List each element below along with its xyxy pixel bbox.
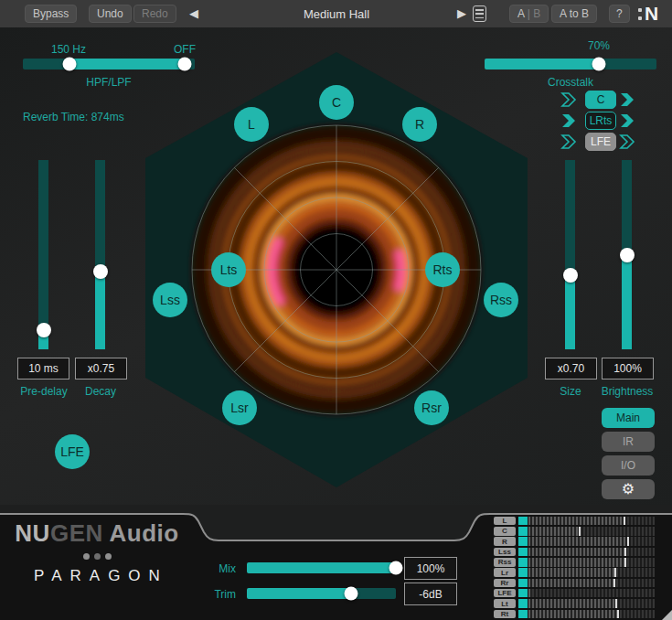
meter-bar — [528, 599, 655, 608]
channel-rsr-button[interactable]: Rsr — [414, 390, 449, 425]
routing-output-chevron-icon[interactable] — [619, 134, 637, 150]
meter-peak-tick — [624, 517, 625, 526]
routing-input-chevron-icon[interactable] — [560, 134, 579, 150]
hpf-lpf-label: HPF/LPF — [23, 76, 195, 89]
meter-row: C — [494, 526, 656, 536]
size-slider[interactable] — [565, 160, 575, 349]
hpf-handle[interactable] — [62, 58, 76, 71]
size-value[interactable]: x0.70 — [545, 358, 597, 379]
meter-row: Lss — [494, 547, 656, 557]
lpf-handle[interactable] — [177, 58, 191, 71]
meter-bar — [528, 548, 655, 557]
meter-bar — [528, 568, 655, 577]
routing-input-chevron-icon[interactable] — [560, 112, 579, 129]
meter-channel-chip: Lt — [494, 599, 516, 608]
channel-lfe-button[interactable]: LFE — [55, 434, 90, 469]
crosstalk-handle[interactable] — [592, 58, 606, 71]
hpf-lpf-slider[interactable] — [23, 59, 195, 69]
meter-row: R — [494, 537, 656, 547]
channel-lss-button[interactable]: Lss — [153, 283, 187, 317]
brightness-slider[interactable] — [622, 160, 632, 349]
title-bar: Bypass Undo Redo ◀ Medium Hall ▶ A | B A… — [0, 0, 672, 27]
hpf-lpf-block: 150 Hz OFF HPF/LPF — [23, 43, 195, 103]
decay-handle[interactable] — [93, 264, 108, 279]
channel-r-button[interactable]: R — [402, 107, 437, 142]
preset-name[interactable]: Medium Hall — [256, 7, 417, 21]
trim-value[interactable]: -6dB — [404, 583, 457, 605]
crosstalk-slider[interactable] — [485, 59, 656, 69]
tab-main[interactable]: Main — [602, 408, 655, 428]
mix-handle[interactable] — [389, 561, 403, 575]
mix-slider[interactable] — [247, 562, 396, 573]
meter-bar — [528, 558, 655, 567]
channel-rss-button[interactable]: Rss — [484, 283, 518, 317]
meter-channel-chip: L — [494, 517, 516, 526]
meter-row: Lt — [494, 598, 656, 608]
meter-row: L — [494, 516, 656, 526]
gear-icon: ⚙ — [622, 482, 635, 497]
meter-peak-tick — [613, 579, 615, 588]
meter-channel-chip: Lss — [494, 548, 516, 557]
branding-block: NUGEN Audio PARAGON — [0, 505, 194, 585]
channel-c-button[interactable]: C — [319, 85, 354, 120]
routing-input-chevron-icon[interactable] — [560, 91, 579, 108]
channel-l-button[interactable]: L — [234, 107, 269, 142]
routing-lfe-button[interactable]: LFE — [585, 133, 616, 151]
crosstalk-label: Crosstalk — [485, 76, 656, 89]
trim-handle[interactable] — [345, 587, 358, 601]
size-handle[interactable] — [563, 268, 578, 283]
view-nav: MainIRI/O⚙ — [602, 408, 655, 503]
channel-lts-button[interactable]: Lts — [211, 252, 246, 287]
help-button[interactable]: ? — [609, 5, 630, 23]
mix-value[interactable]: 100% — [404, 557, 457, 580]
meter-input-segment — [518, 610, 528, 619]
nugen-logo-dots — [638, 8, 642, 20]
brightness-label: Brightness — [591, 385, 664, 398]
resize-grip[interactable] — [662, 610, 672, 620]
hpf-value: 150 Hz — [51, 43, 86, 56]
meter-row: Rr — [494, 578, 656, 588]
redo-button[interactable]: Redo — [133, 5, 176, 23]
routing-c-button[interactable]: C — [585, 91, 616, 109]
decay-value[interactable]: x0.75 — [75, 358, 127, 379]
tab-ir[interactable]: IR — [602, 432, 655, 452]
meter-input-segment — [518, 599, 528, 608]
settings-button[interactable]: ⚙ — [602, 479, 655, 499]
channel-lsr-button[interactable]: Lsr — [222, 390, 257, 425]
preset-list-icon[interactable] — [473, 5, 486, 22]
pre-delay-handle[interactable] — [37, 323, 51, 337]
a-to-b-button[interactable]: A to B — [551, 5, 597, 23]
meter-input-segment — [518, 579, 528, 588]
routing-output-chevron-icon[interactable] — [619, 112, 637, 129]
meter-bar — [528, 527, 655, 536]
meter-peak-tick — [614, 568, 616, 577]
bypass-button[interactable]: Bypass — [25, 5, 77, 23]
previous-preset-icon[interactable]: ◀ — [189, 6, 198, 20]
routing-output-chevron-icon[interactable] — [619, 91, 637, 108]
trim-label: Trim — [205, 588, 236, 601]
pre-delay-value[interactable]: 10 ms — [17, 358, 69, 379]
trim-slider[interactable] — [247, 588, 396, 599]
routing-row: LFE — [558, 133, 640, 151]
meter-input-segment — [518, 527, 528, 536]
main-panel: CLRLtsRtsLssRssLsrRsrLFE 150 Hz OFF HPF/… — [0, 27, 672, 512]
tab-io[interactable]: I/O — [602, 455, 655, 476]
undo-button[interactable]: Undo — [89, 5, 132, 23]
routing-lrts-button[interactable]: LRts — [585, 112, 616, 130]
channel-rts-button[interactable]: Rts — [425, 252, 460, 287]
brand-dots — [0, 553, 194, 560]
channel-meters: L C R Ls — [494, 516, 656, 619]
brightness-handle[interactable] — [620, 248, 635, 262]
brightness-value[interactable]: 100% — [602, 358, 654, 379]
meter-input-segment — [518, 537, 528, 546]
meter-input-segment — [518, 548, 528, 557]
product-name: PARAGON — [0, 567, 194, 585]
pre-delay-slider[interactable] — [38, 160, 48, 349]
meter-input-segment — [518, 589, 528, 598]
meter-channel-chip: Rr — [494, 579, 516, 588]
meter-peak-tick — [624, 558, 626, 567]
meter-input-segment — [518, 517, 528, 526]
decay-slider[interactable] — [95, 160, 105, 349]
ab-compare-button[interactable]: A | B — [509, 5, 549, 23]
next-preset-icon[interactable]: ▶ — [457, 6, 466, 20]
